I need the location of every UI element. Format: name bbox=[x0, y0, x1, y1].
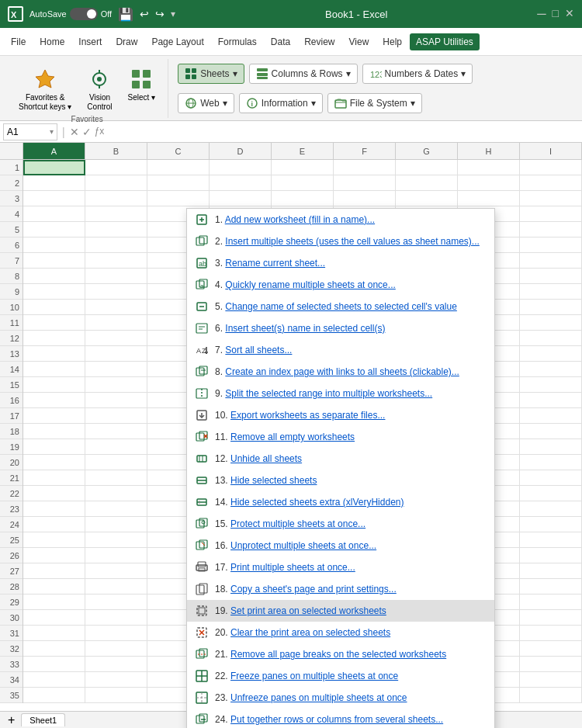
cell[interactable] bbox=[23, 253, 85, 269]
cell[interactable] bbox=[520, 424, 582, 439]
cell[interactable] bbox=[23, 408, 85, 424]
cell[interactable] bbox=[520, 486, 582, 501]
menu-view[interactable]: View bbox=[343, 33, 376, 50]
cell[interactable] bbox=[23, 315, 85, 331]
information-dropdown-btn[interactable]: i Information ▾ bbox=[239, 93, 323, 113]
cell[interactable] bbox=[520, 175, 582, 191]
columns-rows-dropdown-btn[interactable]: Columns & Rows ▾ bbox=[249, 64, 358, 84]
cell[interactable] bbox=[520, 439, 582, 455]
sheet-tab-1[interactable]: Sheet1 bbox=[21, 713, 65, 726]
cell[interactable] bbox=[520, 284, 582, 300]
cell[interactable] bbox=[520, 160, 582, 175]
cell[interactable] bbox=[520, 315, 582, 331]
dropdown-menu-item[interactable]: 16. Unprotect multiple sheets at once... bbox=[187, 535, 494, 556]
cell[interactable] bbox=[85, 191, 147, 206]
cell[interactable] bbox=[85, 346, 147, 362]
favorites-shortcut-keys-btn[interactable]: Favorites &Shortcut keys ▾ bbox=[14, 64, 76, 115]
dropdown-menu-item[interactable]: 12. Unhide all sheets bbox=[187, 448, 494, 470]
cell[interactable] bbox=[23, 160, 85, 175]
cell[interactable] bbox=[458, 191, 520, 206]
cell[interactable] bbox=[520, 501, 582, 517]
cell[interactable] bbox=[396, 175, 458, 191]
select-all-corner[interactable] bbox=[0, 143, 23, 160]
cell[interactable] bbox=[85, 579, 147, 595]
cell[interactable] bbox=[85, 175, 147, 191]
cell[interactable] bbox=[23, 688, 85, 703]
cell[interactable] bbox=[23, 331, 85, 346]
dropdown-menu-item[interactable]: 6. Insert sheet(s) name in selected cell… bbox=[187, 317, 494, 339]
cell[interactable] bbox=[23, 563, 85, 579]
cell[interactable] bbox=[23, 346, 85, 362]
cell[interactable] bbox=[23, 626, 85, 641]
cell[interactable] bbox=[85, 206, 147, 222]
cell[interactable] bbox=[85, 284, 147, 300]
cell[interactable] bbox=[520, 548, 582, 563]
formula-input[interactable] bbox=[107, 125, 579, 139]
cell[interactable] bbox=[23, 486, 85, 501]
menu-help[interactable]: Help bbox=[376, 33, 408, 50]
dropdown-menu-item[interactable]: 20. Clear the print area on selected she… bbox=[187, 622, 494, 643]
cell[interactable] bbox=[334, 191, 396, 206]
dropdown-menu-item[interactable]: 13. Hide selected sheets bbox=[187, 470, 494, 491]
cell[interactable] bbox=[85, 269, 147, 284]
dropdown-menu-item[interactable]: 19. Set print area on selected worksheet… bbox=[187, 600, 494, 622]
cell[interactable] bbox=[520, 672, 582, 688]
undo-icon[interactable]: ↩ bbox=[140, 8, 149, 20]
redo-icon[interactable]: ↪ bbox=[155, 8, 165, 20]
cell[interactable] bbox=[520, 517, 582, 532]
dropdown-menu-item[interactable]: 9. Split the selected range into multipl… bbox=[187, 383, 494, 404]
dropdown-menu-item[interactable]: 8. Create an index page with links to al… bbox=[187, 361, 494, 383]
cell[interactable] bbox=[520, 331, 582, 346]
cell[interactable] bbox=[85, 331, 147, 346]
dropdown-menu-item[interactable]: a4. Quickly rename multiple sheets at on… bbox=[187, 274, 494, 296]
cell[interactable] bbox=[23, 470, 85, 486]
cell[interactable] bbox=[396, 191, 458, 206]
cell[interactable] bbox=[85, 300, 147, 315]
menu-review[interactable]: Review bbox=[298, 33, 341, 50]
col-header-B[interactable]: B bbox=[85, 143, 147, 159]
col-header-H[interactable]: H bbox=[458, 143, 520, 159]
menu-data[interactable]: Data bbox=[265, 33, 296, 50]
cell[interactable] bbox=[85, 563, 147, 579]
cell[interactable] bbox=[85, 408, 147, 424]
restore-btn[interactable]: □ bbox=[553, 7, 559, 21]
cell[interactable] bbox=[23, 362, 85, 377]
numbers-dates-dropdown-btn[interactable]: 123 Numbers & Dates ▾ bbox=[362, 64, 473, 84]
cell[interactable] bbox=[147, 160, 210, 175]
cell[interactable] bbox=[23, 610, 85, 626]
dropdown-menu-item[interactable]: 24. Put together rows or columns from se… bbox=[187, 709, 494, 728]
cell[interactable] bbox=[520, 362, 582, 377]
cell[interactable] bbox=[520, 253, 582, 269]
cell[interactable] bbox=[334, 160, 396, 175]
cell[interactable] bbox=[520, 300, 582, 315]
cell[interactable] bbox=[85, 641, 147, 657]
cell[interactable] bbox=[85, 610, 147, 626]
cell[interactable] bbox=[23, 455, 85, 470]
cell[interactable] bbox=[520, 455, 582, 470]
cell[interactable] bbox=[272, 175, 334, 191]
cell[interactable] bbox=[23, 377, 85, 393]
cell[interactable] bbox=[85, 501, 147, 517]
dropdown-menu-item[interactable]: 2. Insert multiple sheets (uses the cell… bbox=[187, 231, 494, 252]
cell[interactable] bbox=[85, 626, 147, 641]
cell[interactable] bbox=[23, 501, 85, 517]
file-system-dropdown-btn[interactable]: File & System ▾ bbox=[327, 93, 422, 113]
menu-draw[interactable]: Draw bbox=[109, 33, 144, 50]
cell[interactable] bbox=[272, 191, 334, 206]
dropdown-menu-item[interactable]: 10. Export worksheets as separate files.… bbox=[187, 404, 494, 426]
name-box[interactable]: A1 ▾ bbox=[3, 123, 57, 140]
cell[interactable] bbox=[85, 455, 147, 470]
cell[interactable] bbox=[85, 517, 147, 532]
menu-insert[interactable]: Insert bbox=[72, 33, 108, 50]
col-header-F[interactable]: F bbox=[334, 143, 396, 159]
cell[interactable] bbox=[85, 439, 147, 455]
cell[interactable] bbox=[520, 191, 582, 206]
menu-page-layout[interactable]: Page Layout bbox=[145, 33, 210, 50]
cell[interactable] bbox=[23, 517, 85, 532]
customize-qat[interactable]: ▾ bbox=[171, 9, 175, 19]
cell[interactable] bbox=[147, 175, 210, 191]
close-btn[interactable]: ✕ bbox=[565, 7, 574, 21]
cell[interactable] bbox=[520, 206, 582, 222]
dropdown-menu-item[interactable]: 15. Protect multiple sheets at once... bbox=[187, 513, 494, 535]
cell[interactable] bbox=[85, 237, 147, 253]
